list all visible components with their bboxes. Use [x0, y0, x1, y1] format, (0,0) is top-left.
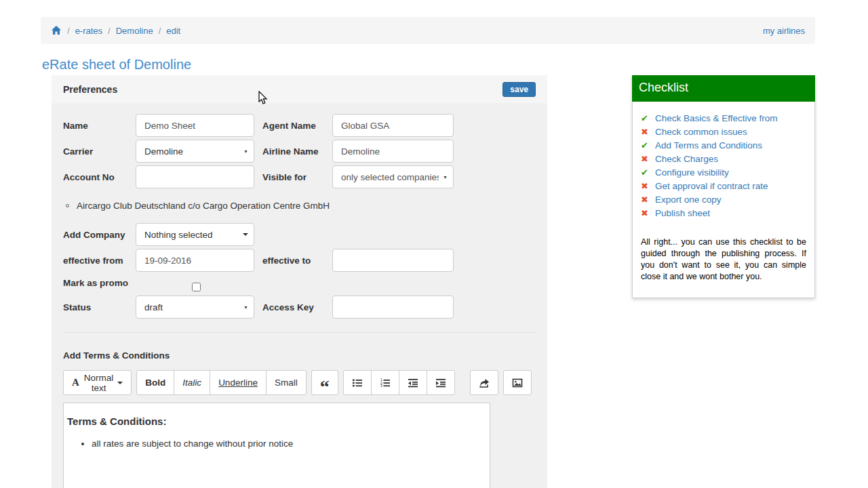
add-company-label: Add Company	[63, 229, 136, 241]
breadcrumb-home-link[interactable]	[51, 25, 62, 36]
terms-content-title: Terms & Conditions:	[67, 415, 483, 427]
share-icon	[479, 378, 490, 388]
selected-company-name: Aircargo Club Deutschland c/o Cargo Oper…	[77, 201, 330, 211]
text-style-value: Normal text	[84, 373, 114, 393]
checklist-item-link[interactable]: Check Charges	[655, 152, 718, 166]
underline-button[interactable]: Underline	[210, 370, 267, 395]
check-icon: ✔	[641, 112, 650, 125]
checklist-item-link[interactable]: Get approval if contract rate	[655, 180, 768, 193]
effective-from-input[interactable]	[136, 249, 254, 272]
terms-editor-area[interactable]: Terms & Conditions: all rates are subjec…	[63, 403, 490, 488]
page-title: eRate sheet of Demoline	[42, 57, 191, 73]
caret-down-icon	[243, 233, 248, 236]
terms-content-item: all rates are subject to change without …	[92, 438, 483, 450]
account-no-input[interactable]	[136, 165, 254, 188]
preferences-header: Preferences save	[52, 75, 547, 103]
checklist-header: Checklist	[632, 75, 815, 102]
text-style-dropdown[interactable]: A Normal text	[63, 370, 132, 395]
my-airlines-link[interactable]: my airlines	[763, 26, 805, 36]
checklist-item-link[interactable]: Configure visibility	[655, 166, 729, 180]
outdent-button[interactable]	[399, 370, 427, 395]
indent-button[interactable]	[427, 370, 455, 395]
chevron-down-icon: ▼	[443, 175, 448, 180]
status-select[interactable]: draft ▼	[136, 296, 254, 319]
ordered-list-button[interactable]: 1 2 3	[371, 370, 399, 395]
account-no-label: Account No	[63, 171, 136, 183]
checklist-note: All right... you can use this checklist …	[641, 237, 806, 283]
add-company-selected-value: Nothing selected	[144, 230, 239, 240]
visible-for-selected-value: only selected companies	[341, 172, 439, 182]
ordered-list-icon: 1 2 3	[380, 378, 391, 388]
bold-button[interactable]: Bold	[136, 370, 174, 395]
checklist-item-link[interactable]: Check common issues	[655, 125, 747, 139]
status-label: Status	[63, 302, 136, 313]
caret-down-icon	[117, 382, 123, 384]
quote-icon: “	[320, 384, 330, 390]
checklist-item-link[interactable]: Export one copy	[655, 193, 722, 207]
checklist-item: ✖Export one copy	[641, 193, 806, 207]
font-style-icon: A	[72, 377, 79, 388]
small-text-button[interactable]: Small	[266, 370, 307, 395]
checklist-item-link[interactable]: Check Basics & Effective from	[655, 112, 778, 125]
agent-name-label: Agent Name	[262, 121, 332, 131]
outdent-icon	[408, 378, 418, 388]
checklist-item: ✔Check Basics & Effective from	[641, 112, 806, 125]
checklist-item: ✔Configure visibility	[641, 166, 806, 180]
effective-to-input[interactable]	[332, 249, 454, 272]
preferences-panel: Preferences save Name Agent Name Carrier…	[52, 75, 547, 488]
image-icon	[512, 378, 523, 388]
check-icon: ✔	[641, 166, 650, 180]
checklist-panel: Checklist ✔Check Basics & Effective from…	[632, 75, 815, 298]
preferences-form: Name Agent Name Carrier Demoline ▼ Airli…	[52, 103, 547, 488]
preferences-title: Preferences	[63, 84, 117, 95]
editor-toolbar: A Normal text Bold Italic Underline Smal…	[63, 370, 536, 395]
name-input[interactable]	[136, 114, 254, 137]
add-company-dropdown[interactable]: Nothing selected	[136, 223, 254, 246]
checklist-item: ✖Check common issues	[641, 125, 806, 139]
breadcrumb-item-erates[interactable]: e-rates	[75, 26, 102, 36]
chevron-down-icon: ▼	[243, 305, 248, 310]
breadcrumb: / e-rates / Demoline / edit my airlines	[41, 17, 815, 44]
carrier-select[interactable]: Demoline ▼	[136, 140, 254, 163]
breadcrumb-separator: /	[108, 26, 111, 36]
visible-for-select[interactable]: only selected companies ▼	[332, 165, 454, 188]
effective-from-label: effective from	[63, 255, 136, 266]
save-button[interactable]: save	[502, 82, 536, 97]
airline-name-input[interactable]	[332, 140, 454, 163]
svg-text:3: 3	[380, 383, 382, 387]
selected-company-item: Aircargo Club Deutschland c/o Cargo Oper…	[66, 201, 536, 211]
unordered-list-button[interactable]	[343, 370, 372, 395]
share-button[interactable]	[470, 370, 498, 395]
mark-as-promo-label: Mark as promo	[63, 277, 136, 289]
breadcrumb-separator: /	[159, 26, 161, 36]
section-divider	[63, 332, 536, 333]
checklist-items: ✔Check Basics & Effective from✖Check com…	[633, 112, 814, 220]
checklist-item: ✔Add Terms and Conditions	[641, 139, 806, 152]
checklist-item: ✖Check Charges	[641, 152, 806, 166]
effective-to-label: effective to	[262, 256, 332, 266]
name-label: Name	[63, 120, 136, 131]
italic-button[interactable]: Italic	[174, 370, 210, 395]
checklist-item-link[interactable]: Add Terms and Conditions	[655, 139, 762, 152]
add-terms-section-label: Add Terms & Conditions	[63, 350, 536, 361]
cross-icon: ✖	[641, 152, 650, 166]
cross-icon: ✖	[641, 125, 650, 139]
agent-name-input[interactable]	[332, 114, 454, 137]
checklist-item: ✖Get approval if contract rate	[641, 180, 806, 193]
insert-image-button[interactable]	[503, 370, 532, 395]
blockquote-button[interactable]: “	[311, 370, 338, 395]
unordered-list-icon	[352, 378, 363, 388]
breadcrumb-item-demoline[interactable]: Demoline	[116, 26, 153, 36]
airline-name-label: Airline Name	[262, 146, 332, 157]
checklist-item-link[interactable]: Publish sheet	[655, 207, 710, 220]
breadcrumb-separator: /	[67, 26, 70, 36]
chevron-down-icon: ▼	[243, 149, 248, 154]
breadcrumb-item-edit[interactable]: edit	[166, 26, 180, 36]
terms-content-list: all rates are subject to change without …	[67, 438, 483, 450]
mark-as-promo-checkbox[interactable]	[192, 283, 201, 291]
cross-icon: ✖	[641, 207, 650, 220]
indent-icon	[435, 378, 446, 388]
check-icon: ✔	[641, 139, 650, 152]
access-key-input[interactable]	[332, 296, 454, 319]
checklist-item: ✖Publish sheet	[641, 207, 806, 220]
